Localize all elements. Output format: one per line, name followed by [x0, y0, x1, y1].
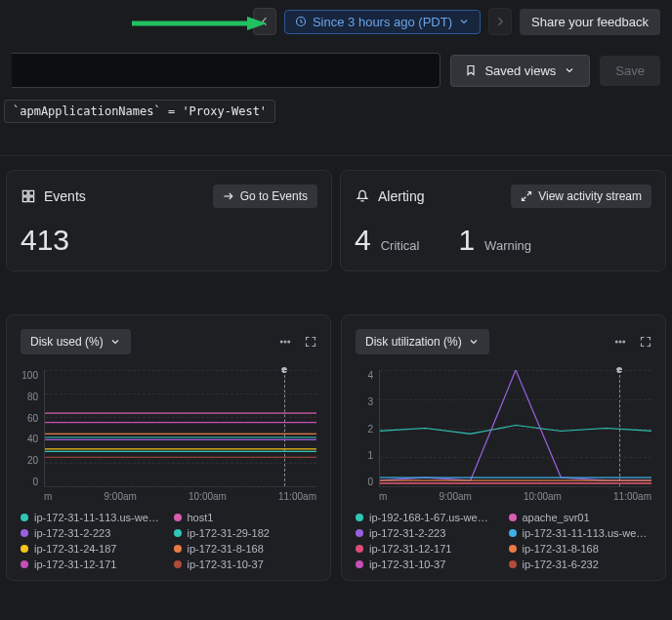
svg-rect-6: [29, 197, 34, 202]
legend-label: ip-172-31-10-37: [369, 558, 445, 570]
y-axis: 100 80 60 40 20 0: [21, 370, 44, 487]
legend-label: ip-172-31-2-223: [369, 527, 445, 539]
metric-selector-disk-utilization[interactable]: Disk utilization (%): [356, 329, 489, 354]
time-picker[interactable]: Since 3 hours ago (PDT): [284, 10, 481, 34]
legend-swatch: [174, 514, 182, 521]
warning-label: Warning: [484, 238, 531, 253]
time-next-button[interactable]: [488, 8, 512, 35]
legend-swatch: [356, 560, 363, 568]
chart-more-button[interactable]: [279, 336, 291, 348]
legend-swatch: [174, 560, 182, 568]
chart-expand-button[interactable]: [305, 336, 316, 348]
critical-label: Critical: [381, 238, 420, 253]
view-activity-stream-button[interactable]: View activity stream: [511, 185, 651, 208]
metric-selector-disk-used[interactable]: Disk used (%): [21, 329, 131, 354]
legend-item[interactable]: ip-172-31-8-168: [174, 543, 317, 555]
legend-item[interactable]: ip-172-31-12-171: [21, 558, 164, 570]
expand-icon: [521, 190, 532, 202]
time-prev-button[interactable]: [253, 8, 276, 35]
events-count: 413: [21, 224, 317, 257]
chart-disk-utilization: Disk utilization (%) 4 3 2 1 0: [341, 314, 666, 581]
top-bar: Since 3 hours ago (PDT) Share your feedb…: [0, 0, 672, 43]
legend-label: ip-172-31-12-171: [369, 543, 451, 555]
events-icon: [21, 188, 36, 204]
legend-item[interactable]: apache_svr01: [509, 512, 652, 523]
chevron-left-icon: [259, 16, 271, 27]
go-to-events-label: Go to Events: [240, 189, 308, 203]
svg-point-14: [615, 341, 617, 343]
expand-icon: [305, 336, 316, 348]
legend-item[interactable]: ip-172-31-11-113.us-we…: [21, 512, 164, 523]
chart-expand-button[interactable]: [640, 336, 651, 348]
more-icon: [279, 336, 291, 348]
legend-swatch: [21, 529, 28, 537]
legend-item[interactable]: ip-192-168-1-67.us-we…: [356, 512, 499, 523]
svg-point-15: [619, 341, 621, 343]
legend-label: ip-172-31-8-168: [188, 543, 264, 555]
legend-swatch: [509, 514, 517, 521]
x-axis: m 9:00am 10:00am 11:00am: [356, 491, 651, 502]
chevron-right-icon: [494, 16, 506, 27]
legend-item[interactable]: ip-172-31-8-168: [509, 543, 652, 555]
events-card: Events Go to Events 413: [6, 170, 332, 271]
saved-views-button[interactable]: Saved views: [450, 55, 590, 87]
legend-label: ip-172-31-10-37: [188, 558, 264, 570]
save-button[interactable]: Save: [600, 56, 660, 86]
alerting-card: Alerting View activity stream 4 Critical…: [340, 170, 666, 271]
legend-swatch: [21, 545, 28, 553]
legend-item[interactable]: ip-172-31-24-187: [21, 543, 164, 555]
chart-plot[interactable]: [379, 370, 651, 487]
chart-disk-used: Disk used (%) 100 80 60 40 20 0: [6, 314, 331, 581]
filter-chip[interactable]: `apmApplicationNames` = 'Proxy-West': [4, 100, 275, 123]
toolbar: Saved views Save: [0, 43, 672, 100]
chart-plot[interactable]: [44, 370, 316, 487]
svg-point-16: [623, 341, 625, 343]
legend-item[interactable]: ip-172-31-29-182: [174, 527, 317, 539]
legend-swatch: [356, 514, 363, 521]
arrow-right-icon: [223, 190, 234, 202]
chevron-down-icon: [564, 64, 575, 76]
legend-label: ip-172-31-11-113.us-we…: [523, 527, 648, 539]
go-to-events-button[interactable]: Go to Events: [213, 185, 317, 208]
legend-swatch: [356, 529, 363, 537]
bookmark-icon: [465, 64, 477, 76]
metric-label: Disk used (%): [30, 335, 104, 349]
legend-item[interactable]: ip-172-31-2-223: [356, 527, 499, 539]
y-axis: 4 3 2 1 0: [356, 370, 379, 487]
view-activity-label: View activity stream: [538, 189, 642, 203]
legend-label: ip-172-31-11-113.us-we…: [34, 512, 159, 523]
charts-row: Disk used (%) 100 80 60 40 20 0: [0, 314, 672, 581]
legend-item[interactable]: host1: [174, 512, 317, 523]
legend-label: ip-172-31-8-168: [523, 543, 599, 555]
legend-label: ip-172-31-2-223: [34, 527, 110, 539]
legend-item[interactable]: ip-172-31-10-37: [356, 558, 499, 570]
events-title: Events: [44, 188, 86, 204]
time-picker-label: Since 3 hours ago (PDT): [313, 15, 452, 29]
chevron-down-icon: [109, 336, 121, 348]
legend-swatch: [21, 560, 28, 568]
legend-swatch: [174, 529, 182, 537]
legend: ip-172-31-11-113.us-we…host1ip-172-31-2-…: [21, 512, 316, 570]
legend-item[interactable]: ip-172-31-6-232: [509, 558, 652, 570]
svg-rect-4: [29, 190, 34, 195]
filter-chips: `apmApplicationNames` = 'Proxy-West': [0, 100, 672, 137]
legend-item[interactable]: ip-172-31-10-37: [174, 558, 317, 570]
legend-label: host1: [188, 512, 214, 523]
legend-swatch: [356, 545, 363, 553]
warning-count: 1: [458, 224, 475, 257]
legend: ip-192-168-1-67.us-we…apache_svr01ip-172…: [356, 512, 651, 570]
legend-item[interactable]: ip-172-31-12-171: [356, 543, 499, 555]
clock-icon: [295, 16, 307, 27]
legend-swatch: [174, 545, 182, 553]
legend-item[interactable]: ip-172-31-11-113.us-we…: [509, 527, 652, 539]
legend-label: ip-172-31-6-232: [523, 558, 599, 570]
svg-rect-3: [22, 190, 27, 195]
legend-swatch: [509, 545, 517, 553]
legend-swatch: [509, 529, 517, 537]
critical-count: 4: [355, 224, 371, 257]
chart-more-button[interactable]: [614, 336, 626, 348]
search-input[interactable]: [12, 53, 441, 88]
expand-icon: [640, 336, 651, 348]
legend-item[interactable]: ip-172-31-2-223: [21, 527, 164, 539]
share-feedback-button[interactable]: Share your feedback: [520, 9, 660, 35]
